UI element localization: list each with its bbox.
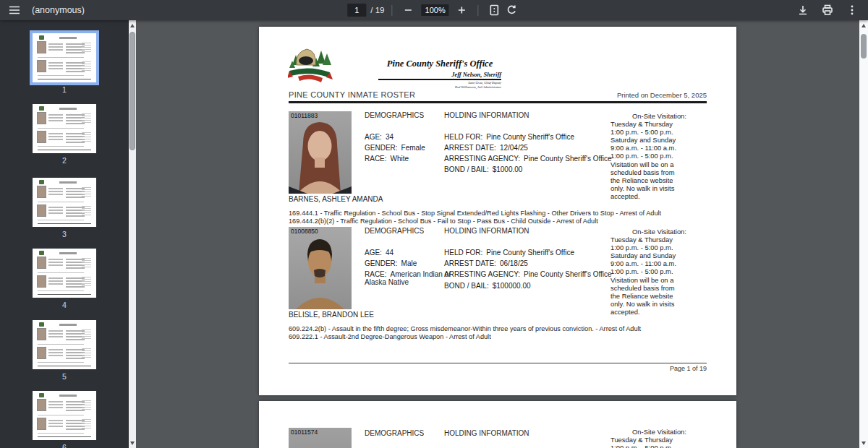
visitation-line: accepted. [610, 308, 708, 316]
arrest-date-field: ARREST DATE:06/18/25 [444, 259, 528, 267]
visitation-line: the Reliance website [610, 292, 708, 300]
rotate-button[interactable] [503, 1, 521, 19]
bond-field: BOND / BAIL:$1000.00 [444, 165, 522, 173]
more-options-button[interactable] [843, 1, 861, 19]
letterhead: Pine County Sheriff's Office Jeff Nelson… [378, 59, 501, 90]
visitation-line: 1:00 p.m. - 5:00 p.m. [610, 244, 708, 251]
inmate-id: 01011574 [291, 428, 318, 436]
visitation-line: accepted. [610, 192, 708, 200]
thumbnail-page-3[interactable] [33, 178, 96, 227]
visitation-line: scheduled basis from [610, 284, 708, 292]
pdf-page-1: Pine County Sheriff's Office Jeff Nelson… [259, 27, 736, 395]
scroll-down-icon[interactable] [859, 439, 868, 447]
hamburger-icon [8, 4, 21, 17]
thumbnail-page-1[interactable] [33, 33, 96, 82]
charge-line: 169.444.2(b)(2) - Traffic Regulation - S… [289, 217, 598, 225]
visitation-line: only. No walk in visits [610, 300, 708, 308]
menu-button[interactable] [6, 1, 23, 19]
visitation-info: On-Site Visitation:Tuesday & Thursday1:0… [610, 112, 708, 200]
kebab-menu-icon [846, 4, 859, 17]
inmate-name: BELISLE, BRANDON LEE [289, 311, 374, 319]
visitation-line: 9:00 a.m. - 11:00 a.m. [610, 144, 708, 152]
scroll-down-icon[interactable] [129, 439, 136, 447]
gender-field: GENDER:Male [365, 259, 417, 267]
inmate-id: 01008850 [291, 228, 318, 235]
visitation-line: 1:00 p.m. - 5:00 p.m. [610, 267, 708, 275]
inmate-record: 01011574 DEMOGRAPHICS HOLDING INFORMATIO… [259, 428, 736, 448]
page-number-input[interactable] [347, 4, 366, 17]
mugshot-photo: 01008850 [289, 227, 352, 309]
arrest-date-field: ARREST DATE:12/04/25 [444, 144, 528, 152]
main-scrollbar[interactable] [859, 20, 868, 448]
mugshot-photo: 01011574 [289, 428, 352, 448]
document-title: (anonymous) [32, 5, 85, 15]
zoom-in-button[interactable] [454, 1, 471, 19]
sidebar-scrollbar-thumb[interactable] [129, 32, 135, 150]
visitation-line: the Reliance website [610, 176, 708, 184]
visitation-line: scheduled basis from [610, 168, 708, 176]
download-icon [796, 4, 809, 17]
toolbar-divider [392, 5, 393, 16]
visitation-line: Tuesday & Thursday [610, 436, 708, 444]
age-field: AGE:44 [365, 249, 393, 257]
rotate-icon [506, 4, 519, 17]
gender-field: GENDER:Female [365, 144, 425, 152]
main-scrollbar-thumb[interactable] [861, 34, 867, 59]
thumbnail-page-4[interactable] [33, 249, 96, 298]
visitation-line: On-Site Visitation: [610, 112, 708, 120]
demographics-header: DEMOGRAPHICS [365, 227, 424, 235]
thumbnail-label: 3 [33, 230, 96, 238]
charge-line: 609.222.1 - Assault-2nd Degree-Dangerous… [289, 333, 491, 340]
roster-title: PINE COUNTY INMATE ROSTER [289, 90, 415, 99]
staff-line: Rod Williamson, Jail Administrator [378, 85, 501, 90]
sheriff-office-logo-icon [288, 43, 333, 87]
held-for-field: HELD FOR:Pine County Sheriff's Office [444, 133, 574, 141]
thumbnail-page-5[interactable] [33, 320, 96, 369]
visitation-line: Saturday and Sunday [610, 251, 708, 259]
inmate-record: 01008850 DEMOGRAPHICS HOLDING INFORMATIO… [259, 227, 736, 343]
printed-on-date: Printed on December 5, 2025 [617, 91, 707, 99]
visitation-line: 1:00 p.m. - 5:00 p.m. [610, 444, 708, 448]
visitation-line: Tuesday & Thursday [610, 236, 708, 244]
print-button[interactable] [819, 1, 836, 19]
plus-icon [456, 4, 468, 16]
visitation-line: 9:00 a.m. - 11:00 a.m. [610, 259, 708, 267]
print-icon [821, 4, 834, 17]
page-count-label: / 19 [370, 6, 384, 14]
visitation-line: 1:00 p.m. - 5:00 p.m. [610, 152, 708, 160]
charge-line: 169.444.1 - Traffic Regulation - School … [289, 210, 661, 217]
thumbnail-page-2[interactable] [33, 104, 96, 153]
visitation-line: Tuesday & Thursday [610, 120, 708, 128]
scroll-up-icon[interactable] [129, 22, 136, 29]
sheriff-name: Jeff Nelson, Sheriff [378, 71, 501, 78]
arresting-agency-field: ARRESTING AGENCY:Pine County Sheriff's O… [444, 155, 612, 163]
viewer-content: 123456 [0, 20, 868, 448]
thumbnail-label: 2 [33, 156, 96, 165]
holding-header: HOLDING INFORMATION [444, 111, 529, 119]
pdf-toolbar: (anonymous) / 19 100% [0, 0, 868, 20]
staff-line: Sami Grau, Chief Deputy [378, 81, 501, 85]
page-number-footer: Page 1 of 19 [670, 365, 707, 372]
pdf-page-2: 01011574 DEMOGRAPHICS HOLDING INFORMATIO… [259, 401, 736, 448]
minus-icon [403, 4, 414, 16]
sidebar-scrollbar[interactable] [129, 20, 136, 448]
fit-page-button[interactable] [486, 1, 503, 19]
document-area: Pine County Sheriff's Office Jeff Nelson… [136, 20, 868, 448]
visitation-info: On-Site Visitation:Tuesday & Thursday1:0… [610, 428, 708, 448]
held-for-field: HELD FOR:Pine County Sheriff's Office [444, 249, 574, 257]
visitation-line: Visitation will be on a [610, 160, 708, 168]
visitation-line: On-Site Visitation: [610, 228, 708, 236]
scroll-up-icon[interactable] [859, 22, 868, 29]
fit-page-icon [488, 4, 501, 17]
thumbnail-page-6[interactable] [33, 391, 96, 440]
demographics-header: DEMOGRAPHICS [365, 111, 424, 119]
download-button[interactable] [794, 1, 812, 19]
zoom-level[interactable]: 100% [422, 4, 449, 16]
footer-rule [289, 363, 707, 363]
inmate-record: 01011883 DEMOGRAPHICS HOLDING INFORMATIO… [259, 111, 736, 227]
visitation-info: On-Site Visitation:Tuesday & Thursday1:0… [610, 228, 708, 316]
toolbar-divider [478, 5, 479, 16]
age-field: AGE:34 [365, 133, 393, 141]
zoom-out-button[interactable] [400, 1, 417, 19]
thumbnail-label: 5 [33, 372, 96, 381]
